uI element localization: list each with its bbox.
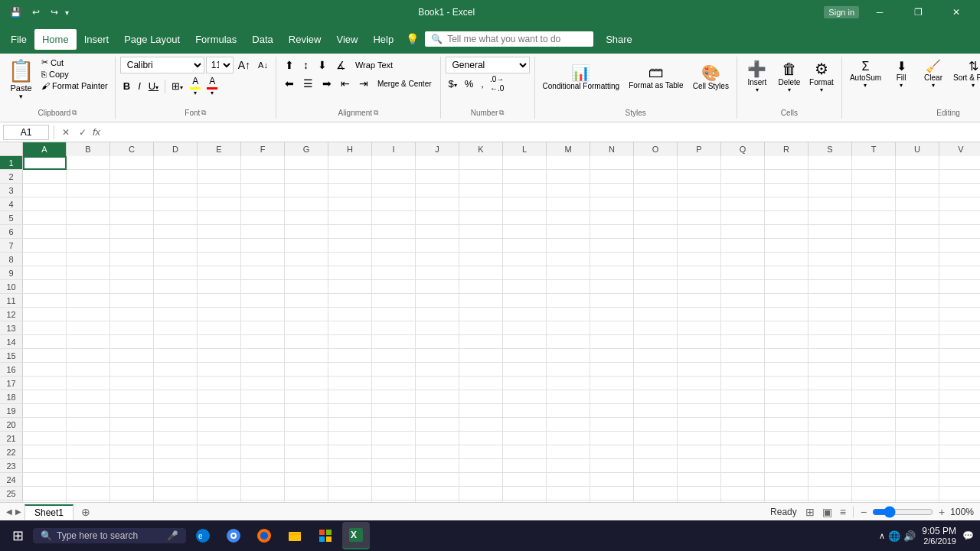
cell-U4[interactable] (896, 197, 939, 211)
cell-L24[interactable] (503, 473, 547, 487)
cell-K13[interactable] (459, 321, 503, 335)
cell-G23[interactable] (285, 459, 328, 473)
cell-A5[interactable] (23, 211, 67, 225)
border-button[interactable]: ⊞▾ (168, 78, 186, 95)
align-right-button[interactable]: ➡ (318, 75, 335, 92)
menu-data[interactable]: Data (244, 29, 280, 50)
cell-S4[interactable] (808, 197, 852, 211)
cell-P7[interactable] (678, 239, 721, 253)
increase-font-button[interactable]: A↑ (235, 57, 253, 73)
cell-F1[interactable] (241, 156, 285, 170)
cell-D8[interactable] (154, 253, 198, 266)
cell-H26[interactable] (328, 500, 372, 502)
cell-B17[interactable] (67, 377, 110, 390)
row-number-15[interactable]: 15 (0, 349, 23, 362)
cell-K17[interactable] (459, 377, 503, 390)
cell-U9[interactable] (896, 266, 939, 280)
cell-N26[interactable] (590, 500, 634, 502)
conditional-formatting-button[interactable]: 📊 Conditional Formatting (540, 57, 623, 96)
cell-K9[interactable] (459, 266, 503, 280)
col-header-q[interactable]: Q (721, 142, 765, 156)
cell-Q1[interactable] (721, 156, 765, 170)
cell-I20[interactable] (372, 418, 416, 432)
cell-G6[interactable] (285, 225, 328, 239)
cell-M3[interactable] (547, 184, 590, 197)
cell-S20[interactable] (808, 418, 852, 432)
cell-D13[interactable] (154, 321, 198, 335)
delete-button[interactable]: 🗑 Delete ▾ (774, 57, 805, 96)
cell-Q16[interactable] (721, 363, 765, 377)
cell-S17[interactable] (808, 377, 852, 390)
cell-T23[interactable] (852, 459, 896, 473)
cell-Q12[interactable] (721, 308, 765, 321)
alignment-expand[interactable]: ⧉ (374, 109, 378, 117)
cell-V13[interactable] (939, 321, 980, 335)
col-header-v[interactable]: V (939, 142, 980, 156)
cell-B18[interactable] (67, 390, 110, 404)
cell-U11[interactable] (896, 294, 939, 308)
cell-N5[interactable] (590, 211, 634, 225)
cell-C10[interactable] (110, 280, 154, 294)
cell-D15[interactable] (154, 349, 198, 363)
cell-U1[interactable] (896, 156, 939, 170)
cell-S23[interactable] (808, 459, 852, 473)
cell-G11[interactable] (285, 294, 328, 308)
cell-B16[interactable] (67, 363, 110, 377)
row-number-16[interactable]: 16 (0, 363, 23, 376)
cell-Q18[interactable] (721, 390, 765, 404)
row-number-23[interactable]: 23 (0, 459, 23, 472)
cell-N21[interactable] (590, 432, 634, 445)
cell-L5[interactable] (503, 211, 547, 225)
cell-U22[interactable] (896, 445, 939, 459)
cell-G12[interactable] (285, 308, 328, 321)
row-number-11[interactable]: 11 (0, 294, 23, 307)
cell-B21[interactable] (67, 432, 110, 445)
cell-F25[interactable] (241, 487, 285, 500)
cell-S3[interactable] (808, 184, 852, 197)
cell-J8[interactable] (416, 253, 459, 266)
menu-file[interactable]: File (3, 29, 34, 50)
cell-A4[interactable] (23, 197, 67, 211)
cell-P1[interactable] (678, 156, 721, 170)
cell-Q22[interactable] (721, 445, 765, 459)
cell-V3[interactable] (939, 184, 980, 197)
cell-B25[interactable] (67, 487, 110, 500)
cell-V14[interactable] (939, 335, 980, 349)
cell-B9[interactable] (67, 266, 110, 280)
cell-J4[interactable] (416, 197, 459, 211)
cell-I26[interactable] (372, 500, 416, 502)
cell-U5[interactable] (896, 211, 939, 225)
increase-decimal-button[interactable]: .0→ (488, 75, 505, 83)
cell-B6[interactable] (67, 225, 110, 239)
cell-G9[interactable] (285, 266, 328, 280)
menu-help[interactable]: Help (365, 29, 401, 50)
cell-O16[interactable] (634, 363, 678, 377)
cell-T13[interactable] (852, 321, 896, 335)
cell-E4[interactable] (198, 197, 241, 211)
cell-T12[interactable] (852, 308, 896, 321)
cell-Q2[interactable] (721, 170, 765, 184)
cell-O8[interactable] (634, 253, 678, 266)
cell-E9[interactable] (198, 266, 241, 280)
cell-Q7[interactable] (721, 239, 765, 253)
cell-D2[interactable] (154, 170, 198, 184)
cell-G4[interactable] (285, 197, 328, 211)
cell-M25[interactable] (547, 487, 590, 500)
cell-F12[interactable] (241, 308, 285, 321)
cell-S1[interactable] (808, 156, 852, 170)
col-header-o[interactable]: O (634, 142, 678, 156)
decrease-indent-button[interactable]: ⇤ (337, 75, 354, 92)
cell-P21[interactable] (678, 432, 721, 445)
row-number-20[interactable]: 20 (0, 418, 23, 431)
cell-N15[interactable] (590, 349, 634, 363)
cell-H18[interactable] (328, 390, 372, 404)
cell-G19[interactable] (285, 404, 328, 418)
cell-U13[interactable] (896, 321, 939, 335)
cell-R2[interactable] (765, 170, 808, 184)
insert-button[interactable]: ➕ Insert ▾ (742, 57, 773, 96)
cell-J10[interactable] (416, 280, 459, 294)
zoom-in-button[interactable]: + (936, 505, 947, 519)
cell-C18[interactable] (110, 390, 154, 404)
row-number-21[interactable]: 21 (0, 432, 23, 445)
cell-M22[interactable] (547, 445, 590, 459)
